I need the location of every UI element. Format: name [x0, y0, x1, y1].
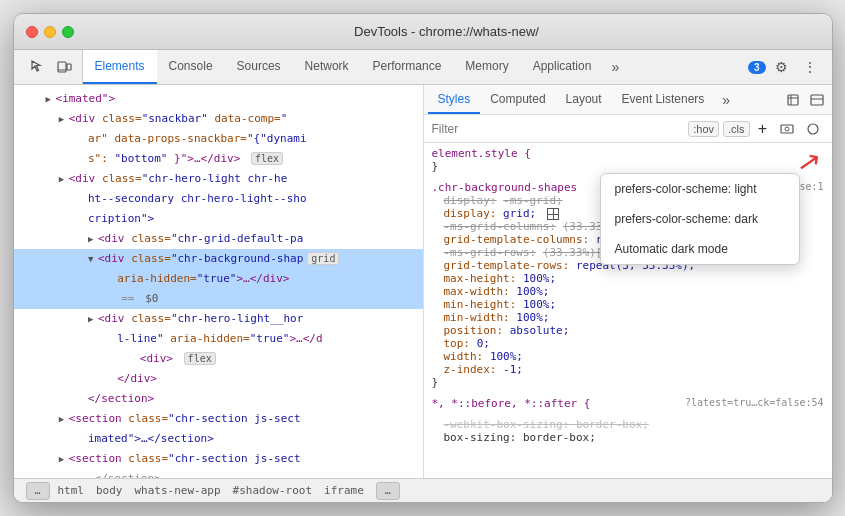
devtools-window: DevTools - chrome://whats-new/: [13, 13, 833, 503]
notification-badge[interactable]: 3: [748, 61, 766, 74]
dom-line-selected: aria-hidden="true">…</div>: [14, 269, 423, 289]
dom-line: ▶<div class="snackbar" data-comp=": [14, 109, 423, 129]
minimize-button[interactable]: [44, 26, 56, 38]
tab-performance[interactable]: Performance: [361, 50, 454, 84]
tab-console[interactable]: Console: [157, 50, 225, 84]
tab-event-listeners[interactable]: Event Listeners: [612, 85, 715, 114]
breadcrumb: … html body whats-new-app #shadow-root i…: [14, 478, 832, 502]
tab-sources[interactable]: Sources: [225, 50, 293, 84]
breadcrumb-app[interactable]: whats-new-app: [131, 484, 225, 497]
dom-line: ▶<div class="chr-grid-default-pa: [14, 229, 423, 249]
dom-panel: ▶<imated"> ▶<div class="snackbar" data-c…: [14, 85, 424, 478]
breadcrumb-html[interactable]: html: [54, 484, 89, 497]
svg-rect-3: [788, 95, 798, 105]
right-panel: Styles Computed Layout Event Listeners »: [424, 85, 832, 478]
toolbar-right: 3 ⚙ ⋮: [742, 55, 828, 79]
styles-tab-overflow[interactable]: »: [714, 85, 738, 114]
dom-line: …</section>: [14, 469, 423, 478]
svg-rect-6: [811, 95, 823, 105]
top-toolbar: Elements Console Sources Network Perform…: [14, 50, 832, 85]
dom-line: <div> flex: [14, 349, 423, 369]
webkit-css: -webkit-box-sizing: border-box;: [432, 418, 824, 431]
dom-line: ▶<imated">: [14, 89, 423, 109]
css-universal-block: *, *::before, *::after { ?latest=tru…ck=…: [432, 397, 824, 410]
window-title: DevTools - chrome://whats-new/: [74, 24, 820, 39]
tab-application[interactable]: Application: [521, 50, 604, 84]
tab-layout[interactable]: Layout: [556, 85, 612, 114]
breadcrumb-ellipsis-right[interactable]: …: [376, 482, 400, 500]
gear-icon[interactable]: ⚙: [770, 55, 794, 79]
maximize-button[interactable]: [62, 26, 74, 38]
toggle-dark-icon[interactable]: [802, 118, 824, 140]
dom-line: l-line" aria-hidden="true">…</d: [14, 329, 423, 349]
dom-line: ar" data-props-snackbar="{"dynami: [14, 129, 423, 149]
css-source-2: ?latest=tru…ck=false:54: [685, 397, 823, 408]
traffic-lights: [26, 26, 74, 38]
dropdown-item-auto[interactable]: Automatic dark mode: [601, 234, 799, 264]
hov-btn[interactable]: :hov: [688, 121, 719, 137]
devtools-body: Elements Console Sources Network Perform…: [14, 50, 832, 502]
filter-bar: :hov .cls +: [424, 115, 832, 143]
dom-line: ▶<section class="chr-section js-sect: [14, 409, 423, 429]
toolbar-icons: [18, 50, 83, 84]
filter-input[interactable]: [432, 122, 689, 136]
breadcrumb-shadow-root[interactable]: #shadow-root: [229, 484, 316, 497]
main-content: ▶<imated"> ▶<div class="snackbar" data-c…: [14, 85, 832, 478]
close-button[interactable]: [26, 26, 38, 38]
breadcrumb-body[interactable]: body: [92, 484, 127, 497]
tab-elements[interactable]: Elements: [83, 50, 157, 84]
svg-point-9: [785, 127, 789, 131]
dock-icon[interactable]: [806, 89, 828, 111]
box-sizing-css: box-sizing: border-box;: [432, 431, 824, 444]
tabs-bar: Elements Console Sources Network Perform…: [83, 50, 742, 84]
titlebar: DevTools - chrome://whats-new/: [14, 14, 832, 50]
element-style-block: element.style { }: [432, 147, 824, 173]
pin-icon[interactable]: [782, 89, 804, 111]
dom-line-selected[interactable]: ▼<div class="chr-background-shapgrid: [14, 249, 423, 269]
dom-line: </section>: [14, 389, 423, 409]
dropdown-item-light[interactable]: prefers-color-scheme: light: [601, 174, 799, 204]
emulate-icon[interactable]: [776, 118, 798, 140]
dom-line: cription">: [14, 209, 423, 229]
color-scheme-dropdown: prefers-color-scheme: light prefers-colo…: [600, 173, 800, 265]
tab-styles[interactable]: Styles: [428, 85, 481, 114]
tab-network[interactable]: Network: [293, 50, 361, 84]
dom-line: s": "bottom" }">…</div> flex: [14, 149, 423, 169]
tab-overflow-btn[interactable]: »: [603, 50, 627, 84]
dom-tree[interactable]: ▶<imated"> ▶<div class="snackbar" data-c…: [14, 85, 423, 478]
breadcrumb-ellipsis[interactable]: …: [26, 482, 50, 500]
dom-line: ▶<div class="chr-hero-light chr-he: [14, 169, 423, 189]
cls-btn[interactable]: .cls: [723, 121, 750, 137]
styles-tabs-right: [782, 89, 828, 111]
styles-tabs: Styles Computed Layout Event Listeners »: [424, 85, 832, 115]
dropdown-item-dark[interactable]: prefers-color-scheme: dark: [601, 204, 799, 234]
filter-pseudo-btns: :hov .cls +: [688, 118, 823, 140]
dom-line: </div>: [14, 369, 423, 389]
inspect-icon[interactable]: [24, 55, 48, 79]
add-style-btn[interactable]: +: [754, 120, 772, 138]
red-arrow-annotation: ↗: [794, 143, 822, 179]
device-icon[interactable]: [52, 55, 76, 79]
dom-line: ▶<div class="chr-hero-light__hor: [14, 309, 423, 329]
svg-rect-1: [67, 64, 71, 70]
tab-memory[interactable]: Memory: [453, 50, 520, 84]
more-icon[interactable]: ⋮: [798, 55, 822, 79]
dom-line: imated">…</section>: [14, 429, 423, 449]
dom-line: ▶<section class="chr-section js-sect: [14, 449, 423, 469]
breadcrumb-iframe[interactable]: iframe: [320, 484, 368, 497]
tab-computed[interactable]: Computed: [480, 85, 555, 114]
svg-rect-8: [781, 125, 793, 133]
dom-equals-sign: == $0: [14, 289, 423, 309]
dom-line: ht--secondary chr-hero-light--sho: [14, 189, 423, 209]
